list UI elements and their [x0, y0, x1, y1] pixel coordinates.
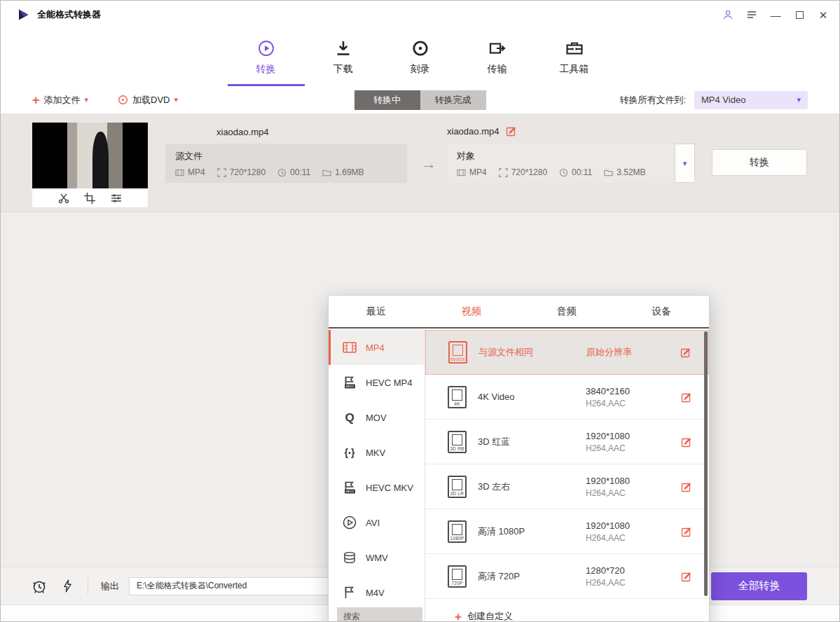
preset-specs: 1280*720 H264,AAC [586, 565, 668, 588]
format-label: AVI [366, 518, 380, 528]
preset-same-as-source[interactable]: source 与源文件相同 原始分辨率 [425, 330, 709, 375]
preset-4k[interactable]: 4K 4K Video 3840*2160 H264,AAC [425, 375, 709, 420]
tab-converted[interactable]: 转换完成 [420, 90, 486, 110]
queue-tabs: 转换中 转换完成 [354, 90, 486, 110]
chevron-down-icon: ▾ [797, 96, 801, 104]
create-custom-button[interactable]: + 创建自定义 [455, 610, 513, 622]
schedule-icon[interactable] [32, 579, 47, 594]
target-resolution: 720*1280 [499, 167, 547, 177]
window-controls: — ✕ [722, 8, 829, 21]
trim-icon[interactable] [57, 192, 70, 205]
preset-hd-720p[interactable]: 720P 高清 720P 1280*720 H264,AAC [425, 554, 709, 599]
load-dvd-label: 加载DVD [132, 94, 170, 106]
nav-tab-download[interactable]: 下载 [305, 29, 382, 86]
format-item-mp4[interactable]: MP4 [329, 330, 425, 365]
format-item-mkv[interactable]: { } MKV [329, 435, 425, 470]
svg-text:HEVC: HEVC [345, 385, 354, 388]
disc-icon [411, 39, 430, 58]
maximize-button[interactable] [793, 8, 806, 21]
nav-label: 工具箱 [560, 63, 589, 76]
plus-icon: + [32, 94, 40, 106]
format-label: MKV [366, 448, 385, 458]
main-nav: 转换 下载 刻录 传输 [1, 29, 839, 86]
preset-file-icon: 720P [448, 565, 467, 588]
preset-file-icon: source [448, 341, 467, 364]
performance-icon[interactable] [60, 579, 75, 594]
source-format: MP4 [175, 167, 205, 177]
edit-preset-icon[interactable] [680, 347, 691, 358]
edit-preset-icon[interactable] [681, 481, 692, 492]
popup-tab-video[interactable]: 视频 [424, 296, 519, 327]
source-label: 源文件 [175, 150, 397, 163]
edit-tools [32, 188, 148, 207]
format-search-input[interactable] [337, 607, 422, 622]
m4v-flag-icon [341, 584, 358, 601]
preset-codec: H264,AAC [586, 399, 668, 408]
convert-icon [256, 39, 276, 58]
popup-tab-recent[interactable]: 最近 [329, 296, 424, 327]
preset-resolution: 3840*2160 [586, 386, 668, 396]
target-label: 对象 [457, 150, 665, 163]
close-button[interactable]: ✕ [817, 8, 829, 21]
quicktime-icon: Q [341, 409, 358, 426]
menu-icon[interactable] [745, 8, 758, 21]
preset-file-icon: 3D LR [448, 476, 467, 498]
format-label: HEVC MP4 [366, 378, 412, 388]
preset-specs: 1920*1080 H264,AAC [586, 476, 668, 498]
format-list-panel: MP4 HEVC HEVC MP4 Q MOV [329, 330, 425, 622]
preset-3d-red-blue[interactable]: 3D RB 3D 红蓝 1920*1080 H264,AAC [425, 420, 709, 464]
thumbnail-figure [92, 132, 109, 188]
load-dvd-button[interactable]: 加载DVD ▾ [118, 94, 178, 106]
scrollbar[interactable] [704, 331, 708, 596]
video-thumbnail[interactable] [32, 123, 148, 188]
edit-preset-icon[interactable] [681, 571, 692, 582]
edit-preset-icon[interactable] [681, 526, 692, 537]
mp4-film-icon [341, 339, 358, 356]
account-icon[interactable] [722, 8, 734, 21]
nav-tab-burn[interactable]: 刻录 [382, 29, 459, 86]
format-item-m4v[interactable]: M4V [329, 575, 425, 602]
file-row: xiaodao.mp4 源文件 MP4 720*1280 00:11 [1, 114, 839, 212]
format-item-hevc-mp4[interactable]: HEVC HEVC MP4 [329, 365, 425, 400]
convert-all-to: 转换所有文件到: MP4 Video ▾ [619, 91, 808, 109]
tab-converting[interactable]: 转换中 [354, 90, 420, 110]
crop-icon[interactable] [83, 192, 96, 205]
minimize-button[interactable]: — [769, 8, 782, 21]
target-name-wrap: xiaodao.mp4 [447, 125, 517, 137]
convert-button[interactable]: 转换 [712, 149, 807, 176]
effects-icon[interactable] [110, 192, 123, 205]
format-item-mov[interactable]: Q MOV [329, 400, 425, 435]
toolbox-icon [565, 39, 584, 58]
nav-tab-toolbox[interactable]: 工具箱 [536, 29, 613, 86]
preset-codec: H264,AAC [586, 578, 668, 588]
popup-tab-audio[interactable]: 音频 [519, 296, 614, 327]
media-stack-icon [341, 549, 358, 566]
popup-tabs: 最近 视频 音频 设备 [329, 296, 709, 329]
preset-3d-left-right[interactable]: 3D LR 3D 左右 1920*1080 H264,AAC [425, 464, 709, 509]
nav-tab-transfer[interactable]: 传输 [459, 29, 536, 86]
format-label: MOV [366, 413, 387, 423]
popup-tab-device[interactable]: 设备 [614, 296, 709, 327]
arrow-right-icon: → [421, 155, 436, 173]
preset-hd-1080p[interactable]: 1080P 高清 1080P 1920*1080 H264,AAC [425, 509, 709, 554]
target-format-dropdown-button[interactable]: ▾ [675, 144, 695, 183]
format-item-wmv[interactable]: WMV [329, 540, 425, 575]
rename-icon[interactable] [506, 125, 517, 137]
format-item-hevc-mkv[interactable]: HEVC HEVC MKV [329, 470, 425, 505]
format-item-avi[interactable]: AVI [329, 505, 425, 540]
circle-play-icon [341, 514, 358, 531]
add-files-button[interactable]: + 添加文件 ▾ [32, 94, 88, 106]
film-frame [452, 479, 462, 490]
film-frame [453, 345, 463, 356]
clock-icon [559, 168, 568, 177]
target-info-row: MP4 720*1280 00:11 3.52MB [457, 167, 665, 177]
output-format-select[interactable]: MP4 Video ▾ [694, 91, 808, 109]
titlebar: 全能格式转换器 — ✕ [1, 1, 839, 29]
download-icon [333, 39, 353, 58]
convert-all-button[interactable]: 全部转换 [711, 572, 807, 600]
nav-tab-convert[interactable]: 转换 [228, 29, 305, 86]
edit-preset-icon[interactable] [681, 436, 692, 448]
preset-specs: 原始分辨率 [586, 346, 669, 359]
edit-preset-icon[interactable] [681, 392, 692, 403]
preset-badge: 3D RB [449, 445, 465, 452]
